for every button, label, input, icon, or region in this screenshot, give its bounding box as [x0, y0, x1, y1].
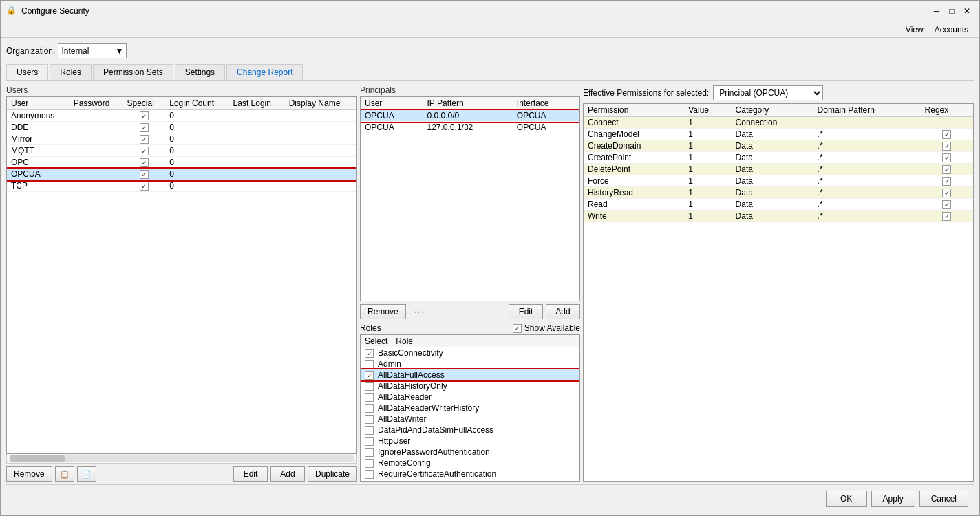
- user-name-cell: OPCUA: [7, 169, 70, 180]
- tab-settings[interactable]: Settings: [175, 64, 225, 80]
- value-cell: 1: [684, 164, 731, 175]
- title-bar: 🔒 Configure Security ─ □ ✕: [1, 1, 979, 21]
- table-row[interactable]: TCP0: [7, 180, 356, 192]
- role-checkbox[interactable]: [365, 426, 374, 435]
- list-item[interactable]: RequireCertificateAuthentication: [361, 469, 579, 480]
- role-label: AllDataHistoryOnly: [378, 381, 447, 391]
- password-cell: [70, 133, 123, 145]
- list-item[interactable]: AllDataHistoryOnly: [361, 380, 579, 391]
- list-item[interactable]: AllDataWriter: [361, 413, 579, 424]
- domain-pattern-cell: .*: [813, 211, 921, 222]
- role-checkbox[interactable]: [365, 470, 374, 479]
- permission-name-cell: HistoryRead: [584, 187, 684, 199]
- users-remove-button[interactable]: Remove: [6, 466, 52, 482]
- eff-perm-dropdown[interactable]: Principal (OPCUA): [713, 85, 823, 100]
- list-item[interactable]: RemoteConfig: [361, 458, 579, 469]
- domain-pattern-cell: .*: [813, 129, 921, 140]
- login-count-cell: 0: [165, 145, 228, 157]
- special-cell: [122, 110, 165, 122]
- col-interface: Interface: [513, 97, 579, 110]
- show-available-checkbox[interactable]: [513, 324, 522, 333]
- window-controls: ─ □ ✕: [930, 4, 974, 18]
- role-checkbox[interactable]: [365, 360, 374, 369]
- list-item[interactable]: AllDataReader: [361, 391, 579, 402]
- list-item[interactable]: AllDataFullAccess: [361, 369, 579, 380]
- role-checkbox[interactable]: [365, 382, 374, 391]
- table-row: CreateDomain1Data.*: [584, 140, 973, 152]
- ok-button[interactable]: OK: [826, 491, 867, 507]
- apply-button[interactable]: Apply: [871, 491, 915, 507]
- special-cell: [122, 169, 165, 180]
- org-row: Organization: Internal ▼: [6, 43, 974, 58]
- perm-table: Permission Value Category Domain Pattern…: [584, 104, 973, 222]
- col-category: Category: [732, 104, 813, 117]
- table-row: DeletePoint1Data.*: [584, 164, 973, 175]
- role-checkbox[interactable]: [365, 448, 374, 457]
- login-count-cell: 0: [165, 157, 228, 169]
- users-edit-button[interactable]: Edit: [233, 466, 268, 482]
- domain-pattern-cell: .*: [813, 164, 921, 175]
- role-checkbox[interactable]: [365, 404, 374, 413]
- permission-name-cell: ChangeModel: [584, 129, 684, 140]
- tab-roles[interactable]: Roles: [50, 64, 92, 80]
- org-dropdown[interactable]: Internal ▼: [58, 43, 127, 58]
- role-checkbox[interactable]: [365, 459, 374, 468]
- main-window: 🔒 Configure Security ─ □ ✕ View Accounts…: [0, 0, 980, 516]
- domain-pattern-cell: .*: [813, 175, 921, 187]
- principals-add-button[interactable]: Add: [546, 304, 580, 319]
- table-row[interactable]: DDE0: [7, 122, 356, 133]
- table-row[interactable]: Anonymous0: [7, 110, 356, 122]
- users-copy1-button[interactable]: 📋: [55, 466, 74, 482]
- principals-edit-button[interactable]: Edit: [509, 304, 543, 319]
- password-cell: [70, 110, 123, 122]
- role-checkbox[interactable]: [365, 437, 374, 446]
- list-item[interactable]: IgnorePasswordAuthentication: [361, 447, 579, 458]
- menu-view[interactable]: View: [900, 23, 929, 36]
- role-checkbox[interactable]: [365, 415, 374, 424]
- principals-remove-button[interactable]: Remove: [360, 304, 406, 319]
- regex-cell: [921, 129, 973, 140]
- list-item[interactable]: AllDataReaderWriterHistory: [361, 402, 579, 413]
- user-name-cell: OPC: [7, 157, 70, 169]
- org-value: Internal: [61, 46, 89, 56]
- category-cell: Data: [732, 187, 813, 199]
- table-row[interactable]: MQTT0: [7, 145, 356, 157]
- users-copy2-button[interactable]: 📄: [77, 466, 96, 482]
- users-scrollbar[interactable]: [6, 454, 357, 464]
- maximize-button[interactable]: □: [945, 4, 959, 18]
- minimize-button[interactable]: ─: [930, 4, 944, 18]
- table-row[interactable]: Mirror0: [7, 133, 356, 145]
- list-item[interactable]: OPCUA127.0.0.1/32OPCUA: [361, 122, 579, 133]
- list-item[interactable]: BasicConnectivity: [361, 347, 579, 358]
- special-cell: [122, 122, 165, 133]
- org-label: Organization:: [6, 46, 55, 56]
- users-add-button[interactable]: Add: [270, 466, 305, 482]
- principals-section: Principals User IP Pattern Interface: [360, 85, 580, 319]
- cancel-button[interactable]: Cancel: [919, 491, 968, 507]
- login-count-cell: 0: [165, 169, 228, 180]
- roles-header: Roles Show Available: [360, 323, 580, 333]
- role-checkbox[interactable]: [365, 393, 374, 402]
- eff-perm-label: Effective Permissions for selected:: [583, 88, 709, 98]
- menu-accounts[interactable]: Accounts: [929, 23, 974, 36]
- list-item[interactable]: OPCUA0.0.0.0/0OPCUA: [361, 110, 579, 122]
- tab-change-report[interactable]: Change Report: [226, 64, 303, 80]
- list-item[interactable]: DataPidAndDataSimFullAccess: [361, 424, 579, 436]
- col-principal-user: User: [361, 97, 423, 110]
- close-button[interactable]: ✕: [960, 4, 974, 18]
- list-item[interactable]: HttpUser: [361, 436, 579, 447]
- display-name-cell: [285, 110, 356, 122]
- tab-users[interactable]: Users: [6, 64, 48, 80]
- list-item[interactable]: Admin: [361, 358, 579, 369]
- roles-title: Roles: [360, 323, 381, 333]
- table-row[interactable]: OPCUA0: [7, 169, 356, 180]
- tab-permission-sets[interactable]: Permission Sets: [93, 64, 173, 80]
- role-checkbox[interactable]: [365, 371, 374, 380]
- password-cell: [70, 157, 123, 169]
- password-cell: [70, 145, 123, 157]
- users-duplicate-button[interactable]: Duplicate: [308, 466, 357, 482]
- principals-header: User IP Pattern Interface: [361, 97, 579, 110]
- table-row[interactable]: OPC0: [7, 157, 356, 169]
- role-checkbox[interactable]: [365, 349, 374, 358]
- users-table: User Password Special Login Count Last L…: [7, 97, 356, 192]
